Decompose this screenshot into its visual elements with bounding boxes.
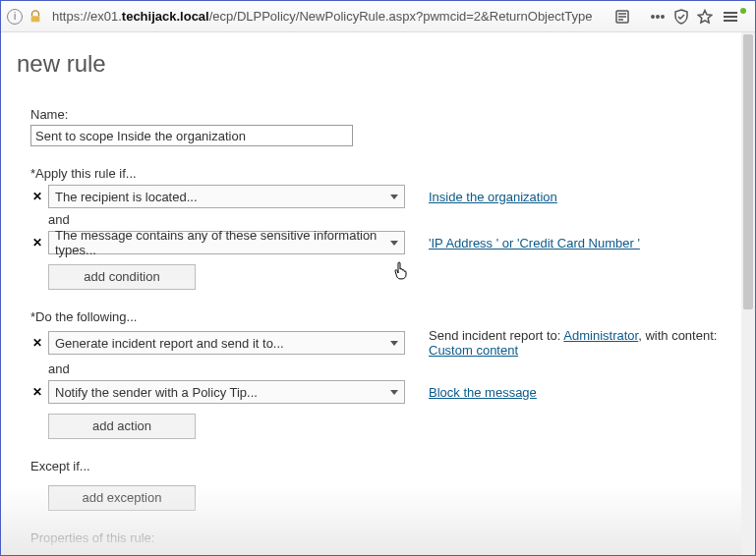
protection-shield-icon[interactable] (672, 8, 690, 26)
reader-mode-icon[interactable] (613, 8, 631, 26)
condition-value-link[interactable]: Inside the organization (429, 190, 557, 204)
connector-and: and (48, 361, 727, 376)
lock-warning-icon[interactable] (29, 10, 42, 24)
browser-toolbar: i https://ex01.techijack.local/ecp/DLPPo… (1, 1, 755, 32)
add-action-button[interactable]: add action (48, 414, 196, 439)
name-label: Name: (30, 107, 727, 122)
remove-condition-icon[interactable]: ✕ (30, 236, 44, 250)
chevron-down-icon (390, 341, 398, 346)
condition-value-link[interactable]: 'IP Address ' or 'Credit Card Number ' (429, 236, 640, 250)
remove-action-icon[interactable]: ✕ (30, 336, 44, 350)
add-exception-button[interactable]: add exception (48, 485, 196, 511)
action-dropdown[interactable]: Notify the sender with a Policy Tip... (48, 380, 405, 404)
menu-hamburger-icon[interactable] (724, 12, 737, 22)
name-input[interactable] (30, 125, 353, 146)
dropdown-value: The recipient is located... (55, 190, 198, 204)
remove-condition-icon[interactable]: ✕ (30, 190, 44, 203)
bookmark-star-icon[interactable] (696, 8, 714, 26)
condition-dropdown[interactable]: The recipient is located... (48, 185, 405, 208)
more-dots-icon[interactable] (649, 8, 667, 26)
dropdown-value: Notify the sender with a Policy Tip... (55, 385, 258, 400)
do-following-label: *Do the following... (30, 309, 727, 324)
dropdown-value: Generate incident report and send it to.… (55, 336, 284, 351)
update-indicator-icon (740, 8, 746, 14)
remove-action-icon[interactable]: ✕ (30, 385, 44, 399)
page-content: new rule Name: *Apply this rule if... ✕ … (1, 32, 741, 555)
apply-if-label: *Apply this rule if... (30, 166, 727, 181)
info-icon[interactable]: i (7, 9, 23, 25)
chevron-down-icon (390, 241, 398, 246)
admin-link[interactable]: Administrator (563, 328, 638, 343)
scrollbar-thumb[interactable] (743, 34, 753, 309)
chevron-down-icon (390, 195, 398, 199)
svg-point-7 (662, 15, 664, 17)
svg-point-5 (652, 15, 654, 17)
except-if-label: Except if... (30, 459, 727, 473)
action-value-link[interactable]: Block the message (429, 385, 537, 400)
properties-label: Properties of this rule: (30, 530, 727, 545)
dropdown-value: The message contains any of these sensit… (55, 228, 390, 257)
action-dropdown[interactable]: Generate incident report and send it to.… (48, 331, 405, 355)
connector-and: and (48, 212, 727, 227)
condition-dropdown[interactable]: The message contains any of these sensit… (48, 231, 405, 254)
custom-content-link[interactable]: Custom content (429, 343, 518, 358)
vertical-scrollbar[interactable] (741, 32, 755, 555)
action-side-text: Send incident report to: Administrator, … (429, 328, 717, 358)
page-title: new rule (17, 50, 727, 78)
svg-point-6 (657, 15, 659, 17)
svg-rect-0 (31, 16, 40, 22)
url-bar[interactable]: https://ex01.techijack.local/ecp/DLPPoli… (48, 7, 608, 26)
chevron-down-icon (390, 390, 398, 395)
add-condition-button[interactable]: add condition (48, 264, 196, 290)
